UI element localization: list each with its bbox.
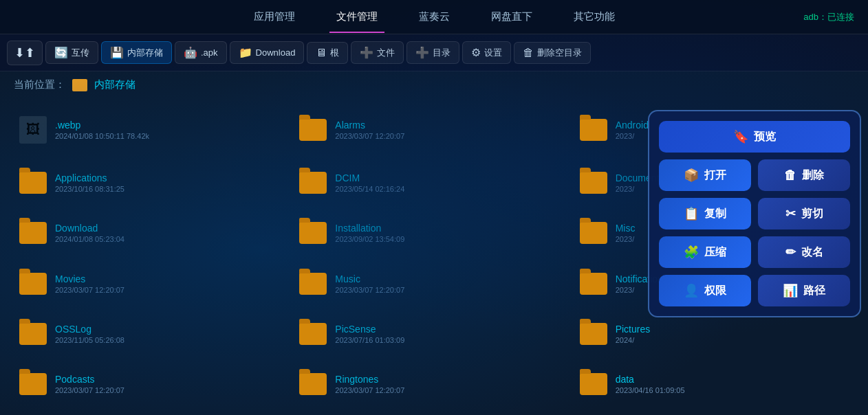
file-name: Installation: [335, 223, 404, 234]
list-item[interactable]: OSSLog 2023/11/05 05:26:08: [14, 309, 294, 359]
breadcrumb-path: 内部存储: [94, 78, 135, 91]
list-item[interactable]: Installation 2023/09/02 13:54:09: [294, 208, 574, 258]
file-date: 2024/: [616, 336, 651, 344]
file-name: OSSLog: [55, 324, 124, 335]
back-button[interactable]: ⬇⬆: [7, 41, 43, 65]
file-info: Misc 2023/: [616, 223, 636, 243]
apk-icon: 🤖: [184, 46, 197, 59]
file-info: Installation 2023/09/02 13:54:09: [335, 223, 404, 243]
permissions-button[interactable]: 👤 权限: [659, 275, 751, 306]
file-name: Podcasts: [55, 374, 124, 385]
internal-storage-button[interactable]: 💾 内部存储: [101, 41, 172, 64]
folder-icon: [19, 273, 47, 295]
delete-empty-dir-button[interactable]: 🗑 删除空目录: [514, 42, 591, 64]
list-item[interactable]: Alarms 2023/03/07 12:20:07: [294, 102, 574, 157]
file-date: 2024/01/08 10:50:11 78.42k: [55, 132, 149, 140]
file-date: 2023/05/14 02:16:24: [335, 185, 404, 193]
list-item[interactable]: 🖼 .webp 2024/01/08 10:50:11 78.42k: [14, 102, 294, 157]
open-icon: 📦: [684, 168, 699, 183]
apk-button[interactable]: 🤖 .apk: [175, 41, 227, 64]
folder-icon: [580, 172, 607, 194]
list-item[interactable]: Ringtones 2023/03/07 12:20:07: [294, 359, 574, 410]
folder-icon: [299, 222, 327, 244]
delete-icon: 🗑: [784, 168, 796, 183]
folder-icon: [19, 373, 47, 395]
file-name: .webp: [55, 120, 149, 131]
breadcrumb-folder-icon: [72, 79, 87, 91]
path-icon: 📊: [783, 283, 798, 298]
file-date: 2023/03/07 12:20:07: [335, 386, 404, 394]
file-date: 2024/01/08 05:23:04: [55, 235, 124, 243]
top-nav: 应用管理 文件管理 蓝奏云 网盘直下 其它功能 adb：已连接: [0, 0, 868, 34]
file-name: data: [616, 374, 685, 385]
settings-button[interactable]: ⚙ 设置: [462, 41, 511, 64]
rename-icon: ✏: [785, 245, 796, 260]
root-button[interactable]: 🖥 根: [307, 42, 348, 64]
file-info: .webp 2024/01/08 10:50:11 78.42k: [55, 120, 149, 140]
file-name: DCIM: [335, 172, 404, 183]
copy-button[interactable]: 📋 复制: [659, 198, 751, 229]
new-dir-button[interactable]: ➕ 目录: [406, 41, 459, 64]
delete-button[interactable]: 🗑 删除: [758, 159, 850, 191]
list-item[interactable]: Movies 2023/03/07 12:20:07: [14, 258, 294, 309]
folder-icon: [580, 119, 607, 141]
file-info: Alarms 2023/03/07 12:20:07: [335, 120, 404, 140]
folder-icon: [299, 119, 327, 141]
file-info: Android 2023/: [616, 120, 649, 140]
settings-icon: ⚙: [471, 46, 481, 59]
folder-icon: [299, 273, 327, 295]
file-info: Pictures 2024/: [616, 324, 651, 344]
list-item[interactable]: PicSense 2023/07/16 01:03:09: [294, 309, 574, 359]
preview-button[interactable]: 🔖 预览: [659, 121, 850, 153]
tab-cloud[interactable]: 蓝奏云: [412, 1, 457, 33]
file-name: Android: [616, 120, 649, 131]
file-date: 2023/07/16 01:03:09: [335, 336, 404, 344]
list-item[interactable]: Applications 2023/10/16 08:31:25: [14, 157, 294, 208]
folder-icon: [580, 222, 607, 244]
file-info: Movies 2023/03/07 12:20:07: [55, 273, 124, 294]
cut-button[interactable]: ✂ 剪切: [758, 198, 850, 229]
list-item[interactable]: Music 2023/03/07 12:20:07: [294, 258, 574, 309]
tab-other[interactable]: 其它功能: [567, 1, 622, 33]
file-info: DCIM 2023/05/14 02:16:24: [335, 172, 404, 193]
toolbar: ⬇⬆ 🔄 互传 💾 内部存储 🤖 .apk 📁 Download 🖥 根 ➕ 文…: [0, 34, 868, 71]
file-info: Podcasts 2023/03/07 12:20:07: [55, 374, 124, 394]
list-item[interactable]: Podcasts 2023/03/07 12:20:07: [14, 359, 294, 410]
file-name: Applications: [55, 172, 124, 183]
folder-icon: [19, 323, 47, 345]
file-date: 2023/10/16 08:31:25: [55, 185, 124, 193]
folder-icon: [299, 373, 327, 395]
folder-icon: [580, 373, 607, 395]
plus-file-icon: ➕: [360, 46, 373, 59]
file-date: 2023/03/07 12:20:07: [335, 286, 404, 294]
download-button[interactable]: 📁 Download: [230, 41, 305, 64]
folder-icon: [580, 273, 607, 295]
list-item[interactable]: data 2023/04/16 01:09:05: [574, 359, 854, 410]
cut-icon: ✂: [785, 206, 796, 221]
context-menu: 🔖 预览 📦 打开 🗑 删除 📋 复制 ✂ 剪切 🧩 压缩 ✏ 改名: [648, 110, 861, 317]
compress-button[interactable]: 🧩 压缩: [659, 236, 751, 268]
list-item[interactable]: Download 2024/01/08 05:23:04: [14, 208, 294, 258]
tab-file-manage[interactable]: 文件管理: [329, 1, 384, 33]
file-name: Music: [335, 273, 404, 284]
file-name: Misc: [616, 223, 636, 234]
tab-app-manage[interactable]: 应用管理: [247, 1, 302, 33]
mutual-transfer-button[interactable]: 🔄 互传: [45, 41, 98, 64]
file-info: Applications 2023/10/16 08:31:25: [55, 172, 124, 193]
path-button[interactable]: 📊 路径: [758, 275, 850, 306]
list-item[interactable]: DCIM 2023/05/14 02:16:24: [294, 157, 574, 208]
file-info: Music 2023/03/07 12:20:07: [335, 273, 404, 294]
folder-icon: [299, 172, 327, 194]
permissions-icon: 👤: [684, 283, 699, 298]
file-date: 2023/11/05 05:26:08: [55, 336, 124, 344]
breadcrumb-label: 当前位置：: [14, 78, 65, 91]
file-info: OSSLog 2023/11/05 05:26:08: [55, 324, 124, 344]
file-name: Movies: [55, 273, 124, 284]
folder-icon: [580, 323, 607, 345]
new-file-button[interactable]: ➕ 文件: [351, 41, 404, 64]
rename-button[interactable]: ✏ 改名: [758, 236, 850, 268]
tab-net-disk[interactable]: 网盘直下: [484, 1, 539, 33]
file-name: Pictures: [616, 324, 651, 335]
open-button[interactable]: 📦 打开: [659, 159, 751, 191]
file-info: PicSense 2023/07/16 01:03:09: [335, 324, 404, 344]
